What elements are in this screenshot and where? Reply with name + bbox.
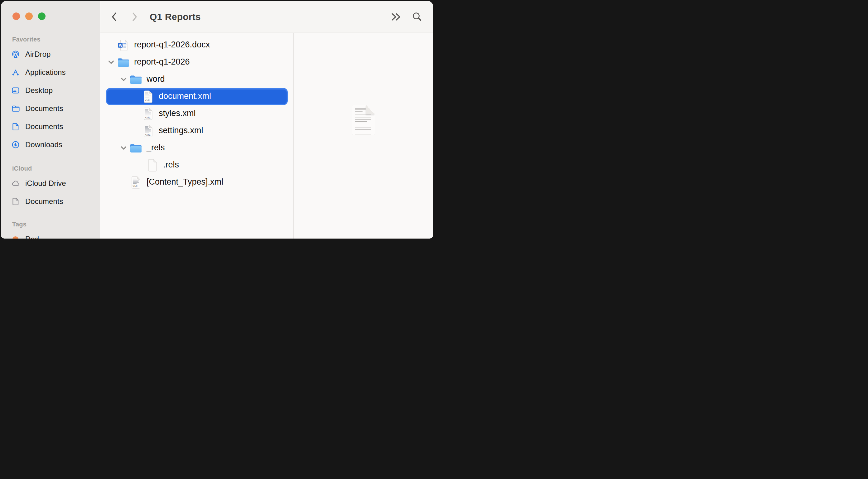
table-row[interactable]: XML styles.xml (100, 105, 293, 122)
table-row[interactable]: word (100, 71, 293, 88)
desktop-icon (10, 85, 21, 95)
file-list: W report-q1-2026.docx (100, 33, 293, 239)
minimize-window-button[interactable] (25, 12, 33, 20)
sidebar-item-label: Documents (25, 104, 63, 113)
sidebar-item-tag-red[interactable]: Red (1, 230, 100, 239)
file-name: .rels (163, 160, 179, 170)
back-button[interactable] (107, 1, 121, 32)
sidebar: Favorites AirDrop (1, 1, 100, 239)
sidebar-section-tags: Tags (1, 218, 100, 230)
sidebar-item-desktop[interactable]: Desktop (1, 81, 100, 99)
document-preview-thumbnail (352, 106, 375, 135)
chevron-right-icon (131, 12, 138, 22)
document-icon (10, 122, 21, 131)
sidebar-item-icloud-documents[interactable]: Documents (1, 192, 100, 210)
sidebar-section-icloud: iCloud (1, 162, 100, 174)
file-name: settings.xml (159, 126, 203, 136)
applications-icon (10, 67, 21, 77)
chevron-left-icon (111, 12, 117, 22)
sidebar-list: Favorites AirDrop (1, 33, 100, 239)
sidebar-item-label: Downloads (25, 140, 62, 149)
folder-icon (130, 72, 142, 87)
sidebar-item-documents-file[interactable]: Documents (1, 118, 100, 136)
table-row[interactable]: W report-q1-2026.docx (100, 36, 293, 54)
xml-file-icon: XML (142, 89, 154, 104)
sidebar-item-label: Red (25, 235, 39, 239)
disclosure-chevron-icon[interactable] (107, 59, 115, 66)
close-window-button[interactable] (12, 12, 20, 20)
window-title: Q1 Reports (150, 1, 201, 32)
xml-file-icon: XML (142, 106, 154, 121)
zoom-window-button[interactable] (38, 12, 45, 20)
file-name: word (147, 74, 165, 84)
svg-text:XML: XML (145, 133, 151, 136)
sidebar-item-applications[interactable]: Applications (1, 63, 100, 81)
file-name: report-q1-2026.docx (134, 40, 210, 50)
search-icon (411, 11, 423, 23)
downloads-icon (10, 140, 21, 150)
folder-icon (10, 103, 21, 114)
forward-button[interactable] (128, 1, 142, 32)
plain-file-icon (142, 158, 159, 173)
sidebar-item-airdrop[interactable]: AirDrop (1, 45, 100, 63)
table-row[interactable]: XML [Content_Types].xml (100, 174, 293, 191)
xml-file-icon: XML (142, 123, 154, 139)
sidebar-item-downloads[interactable]: Downloads (1, 136, 100, 154)
file-name: _rels (147, 143, 165, 152)
table-row[interactable]: XML settings.xml (100, 122, 293, 140)
toolbar-overflow-button[interactable] (389, 7, 403, 26)
svg-text:XML: XML (145, 99, 151, 102)
search-button[interactable] (410, 7, 424, 26)
sidebar-item-documents-folder[interactable]: Documents (1, 99, 100, 118)
sidebar-item-label: Documents (25, 197, 63, 206)
svg-text:XML: XML (132, 185, 138, 188)
disclosure-chevron-icon[interactable] (120, 144, 127, 152)
folder-icon (130, 141, 142, 156)
page-fold-corner (366, 106, 375, 114)
finder-window: Favorites AirDrop (1, 1, 433, 239)
double-chevron-right-icon (390, 12, 401, 22)
traffic-lights (12, 12, 45, 20)
table-row[interactable]: report-q1-2026 (100, 54, 293, 71)
svg-text:XML: XML (145, 116, 151, 119)
sidebar-item-label: Documents (25, 122, 63, 131)
file-name: report-q1-2026 (134, 57, 190, 67)
toolbar: Q1 Reports (100, 1, 433, 32)
table-row[interactable]: .rels (100, 156, 293, 174)
red-tag-dot (12, 236, 19, 239)
disclosure-chevron-icon[interactable] (120, 76, 127, 83)
word-document-icon: W (117, 38, 130, 53)
file-name: [Content_Types].xml (147, 177, 223, 187)
table-row-selected[interactable]: XML document.xml (106, 88, 288, 105)
xml-file-icon: XML (130, 175, 142, 190)
sidebar-item-label: Applications (25, 68, 65, 77)
table-row[interactable]: _rels (100, 140, 293, 156)
airdrop-icon (10, 49, 21, 59)
cloud-icon (10, 178, 21, 188)
sidebar-item-label: Desktop (25, 86, 53, 95)
folder-icon (117, 55, 130, 70)
sidebar-item-label: iCloud Drive (25, 179, 66, 188)
sidebar-item-label: AirDrop (25, 50, 51, 59)
sidebar-item-icloud-drive[interactable]: iCloud Drive (1, 174, 100, 192)
document-icon (10, 197, 21, 206)
sidebar-section-favorites: Favorites (1, 33, 100, 45)
file-name: document.xml (159, 91, 211, 101)
preview-pane (293, 33, 433, 239)
file-name: styles.xml (159, 109, 196, 118)
svg-text:W: W (119, 43, 122, 47)
